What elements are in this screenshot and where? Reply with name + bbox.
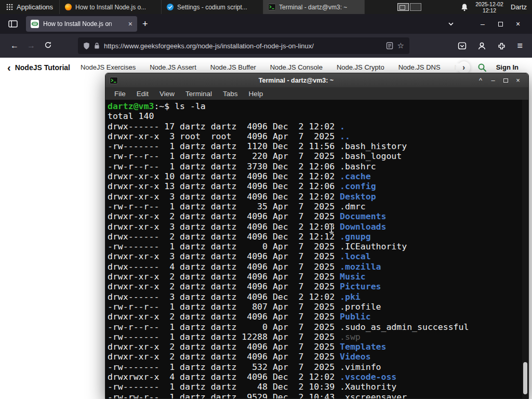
ls-row-name: .Xauthority <box>340 382 396 392</box>
system-tray: 2025-12-02 12:12 Dartz <box>397 0 532 14</box>
user-menu[interactable]: Dartz <box>511 3 529 11</box>
applications-label: Applications <box>17 3 53 11</box>
ls-row-meta: drwx------ 3 dartz dartz 4096 Dec 2 12:0… <box>108 292 340 302</box>
codium-icon <box>166 3 174 11</box>
terminal-menu-edit[interactable]: Edit <box>137 90 149 98</box>
site-nav-link[interactable]: Node.JS Assert <box>150 63 196 71</box>
taskbar-button[interactable]: Terminal - dartz@vm3: ~ <box>263 0 365 14</box>
save-to-pocket-icon[interactable] <box>458 42 467 50</box>
ls-row-name: .gnupg <box>340 232 371 242</box>
site-nav-link[interactable]: Node.JS Buffer <box>210 63 256 71</box>
terminal-menu-view[interactable]: View <box>159 90 175 98</box>
ls-row: -rw------- 1 dartz dartz 532 Apr 7 2025 … <box>108 362 528 372</box>
clock[interactable]: 2025-12-02 12:12 <box>475 1 503 14</box>
ls-row-meta: -rw------- 1 dartz dartz 0 Apr 7 2025 <box>108 242 340 251</box>
tab-close-icon[interactable]: × <box>128 20 132 28</box>
terminal-menu-terminal[interactable]: Terminal <box>185 90 212 98</box>
prompt-path: :~$ <box>154 101 175 111</box>
ls-row-meta: drwx------ 4 dartz dartz 4096 Apr 7 2025 <box>108 262 340 272</box>
ls-row-name: .bashrc <box>340 162 376 171</box>
extensions-icon[interactable] <box>497 42 506 50</box>
site-nav-link[interactable]: Node.JS Console <box>270 63 323 71</box>
account-icon[interactable] <box>477 42 486 50</box>
ls-row-name: . <box>340 122 345 131</box>
site-nav-title[interactable]: NodeJS Tutorial <box>15 63 70 72</box>
reload-button[interactable] <box>39 41 56 51</box>
forward-button[interactable]: → <box>23 41 39 50</box>
window-close-button[interactable]: × <box>509 20 527 28</box>
site-nav-link[interactable]: Node.JS Crypto <box>337 63 384 71</box>
workspace-2[interactable] <box>410 3 421 11</box>
url-text[interactable]: https://www.geeksforgeeks.org/node-js/in… <box>104 42 382 50</box>
ls-row-name: Pictures <box>340 282 381 291</box>
applications-menu[interactable]: Applications <box>0 0 59 14</box>
reader-mode-icon[interactable] <box>386 42 393 49</box>
terminal-body[interactable]: dartz@vm3:~$ ls -la total 140 drwx------… <box>105 100 528 398</box>
url-bar[interactable]: https://www.geeksforgeeks.org/node-js/in… <box>78 37 409 54</box>
terminal-title: Terminal - dartz@vm3: ~ <box>118 77 474 84</box>
ls-row-name: Templates <box>340 342 386 352</box>
taskbar-button-label: How to Install Node.js o... <box>75 4 146 11</box>
ls-row: -rw-r--r-- 1 dartz dartz 807 Apr 7 2025 … <box>108 302 528 312</box>
terminal-menu-help[interactable]: Help <box>249 90 263 98</box>
ls-row: drwxr-xr-x 2 dartz dartz 4096 Apr 7 2025… <box>108 342 528 352</box>
back-button[interactable]: ← <box>6 41 23 50</box>
taskbar-button-label: Settings - codium script... <box>177 4 247 11</box>
terminal-close-button[interactable]: × <box>512 76 524 84</box>
ls-row: drwxr-xr-x 3 root root 4096 Apr 7 2025 .… <box>108 131 528 141</box>
ls-row-meta: -rw-r--r-- 1 dartz dartz 3730 Dec 2 12:0… <box>108 162 340 171</box>
bookmark-star-icon[interactable]: ☆ <box>397 41 404 50</box>
window-maximize-button[interactable] <box>491 20 509 28</box>
firefox-view-icon[interactable] <box>5 20 21 28</box>
site-nav-link[interactable]: NodeJS Exercises <box>81 63 136 71</box>
terminal-scrollbar[interactable] <box>522 100 528 398</box>
terminal-menu-file[interactable]: File <box>114 90 126 98</box>
ls-row-meta: drwxr-xr-x 2 dartz dartz 4096 Apr 7 2025 <box>108 282 340 291</box>
scrollbar-thumb[interactable] <box>523 362 527 394</box>
ls-row-name: .. <box>340 131 350 141</box>
ls-row: drwxr-xr-x 2 dartz dartz 4096 Apr 7 2025… <box>108 272 528 282</box>
sign-in-button[interactable]: Sign In <box>496 63 518 71</box>
terminal-menubar: FileEditViewTerminalTabsHelp <box>105 87 528 100</box>
system-bar: Applications How to Install Node.js o...… <box>0 0 532 14</box>
ls-row: -rw-r--r-- 1 dartz dartz 35 Apr 7 2025 .… <box>108 202 528 211</box>
site-nav-link[interactable]: Node.JS DNS <box>398 63 441 71</box>
workspace-switcher[interactable] <box>397 3 421 11</box>
window-minimize-button[interactable]: – <box>474 20 491 28</box>
ls-row: drwx------ 3 dartz dartz 4096 Dec 2 12:0… <box>108 292 528 302</box>
terminal-menu-tabs[interactable]: Tabs <box>223 90 238 98</box>
taskbar-button[interactable]: How to Install Node.js o... <box>59 0 161 14</box>
mouse-cursor <box>328 223 335 233</box>
search-icon[interactable] <box>477 63 487 72</box>
ls-row-name: .mozilla <box>340 262 381 272</box>
nav-back-chevron-icon[interactable]: ‹ <box>7 62 11 73</box>
ls-row-meta: -rw-r--r-- 1 dartz dartz 220 Apr 7 2025 <box>108 151 340 161</box>
new-tab-button[interactable]: + <box>137 19 153 30</box>
ls-row-meta: drwxr-xr-x 10 dartz dartz 4096 Dec 2 12:… <box>108 171 340 181</box>
prompt-line: dartz@vm3:~$ ls -la <box>108 101 528 111</box>
menu-icon[interactable]: ≡ <box>517 41 523 51</box>
ls-row-meta: -rw-r--r-- 1 dartz dartz 807 Apr 7 2025 <box>108 302 340 312</box>
ls-row-meta: -rw-r--r-- 1 dartz dartz 35 Apr 7 2025 <box>108 202 340 211</box>
ls-row-meta: drwxr-xr-x 3 dartz dartz 4096 Dec 2 12:0… <box>108 192 340 202</box>
ls-row-meta: -rw------- 1 dartz dartz 12288 Apr 7 202… <box>108 332 340 342</box>
browser-tab[interactable]: How to Install Node.js on × <box>26 16 137 32</box>
notifications-bell-icon[interactable] <box>461 3 468 11</box>
workspace-1[interactable] <box>397 3 409 11</box>
terminal-maximize-button[interactable] <box>499 76 512 84</box>
ls-row-meta: drwxrwxr-x 4 dartz dartz 4096 Dec 2 12:0… <box>108 372 340 382</box>
ls-row-meta: -rw-rw-r-- 1 dartz dartz 9529 Dec 2 10:4… <box>108 392 340 398</box>
terminal-shade-button[interactable]: ^ <box>474 76 487 84</box>
command-text: ls -la <box>175 101 206 111</box>
taskbar-button[interactable]: Settings - codium script... <box>161 0 263 14</box>
terminal-minimize-button[interactable]: – <box>487 76 499 84</box>
terminal-titlebar[interactable]: Terminal - dartz@vm3: ~ ^ – × <box>105 73 528 87</box>
ls-row-meta: drwxr-xr-x 2 dartz dartz 4096 Apr 7 2025 <box>108 352 340 362</box>
tracking-protection-shield-icon[interactable] <box>83 42 90 50</box>
ls-row: drwxr-xr-x 2 dartz dartz 4096 Apr 7 2025… <box>108 211 528 221</box>
ls-row-meta: -rw------- 1 dartz dartz 532 Apr 7 2025 <box>108 362 340 372</box>
list-all-tabs-icon[interactable] <box>446 19 456 29</box>
ls-row-name: Documents <box>340 211 386 221</box>
ls-row-name: .config <box>340 181 376 191</box>
ls-row-name: .bash_logout <box>340 151 402 161</box>
